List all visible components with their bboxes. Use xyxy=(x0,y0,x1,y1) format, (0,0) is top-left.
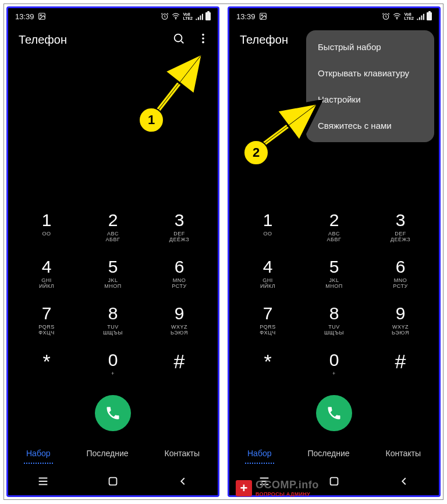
phone-icon xyxy=(105,405,121,421)
call-button[interactable] xyxy=(316,395,352,431)
tab-dial[interactable]: Набор xyxy=(244,446,275,460)
svg-point-1 xyxy=(40,15,41,16)
tab-recent[interactable]: Последние xyxy=(304,446,353,460)
watermark-logo-icon: + xyxy=(236,480,252,496)
tab-dial[interactable]: Набор xyxy=(23,446,54,460)
svg-point-17 xyxy=(397,19,398,19)
svg-rect-21 xyxy=(331,478,338,485)
phone-icon xyxy=(326,405,342,421)
nav-back[interactable] xyxy=(398,475,410,490)
key-4[interactable]: 4GHI ИЙКЛ xyxy=(239,258,297,289)
key-1[interactable]: 1ОО xyxy=(239,211,297,242)
wifi-icon xyxy=(171,12,180,20)
key-2[interactable]: 2ABC АБВГ xyxy=(84,211,142,242)
signal-icon xyxy=(416,12,424,20)
key-8[interactable]: 8TUV ШЩЪЫ xyxy=(305,304,363,336)
more-vertical-icon xyxy=(197,32,210,45)
bottom-tabs: Набор Последние Контакты xyxy=(229,439,439,467)
wifi-icon xyxy=(392,12,402,20)
watermark-brand: OCOMP xyxy=(256,479,295,491)
dialpad: 1ОО 2ABC АБВГ 3DEF ДЕЁЖЗ 4GHI ИЙКЛ 5JKL … xyxy=(229,211,439,392)
network-label-1: Vo8LTE2 xyxy=(404,12,414,20)
search-icon xyxy=(172,32,185,45)
tab-contacts[interactable]: Контакты xyxy=(382,446,424,460)
key-0[interactable]: 0+ xyxy=(305,351,363,376)
key-hash[interactable]: # xyxy=(371,351,430,376)
app-title: Телефон xyxy=(19,33,67,47)
key-star[interactable]: * xyxy=(239,351,297,376)
key-6[interactable]: 6MNO РСТУ xyxy=(150,258,208,289)
key-8[interactable]: 8TUV ШЩЪЫ xyxy=(84,304,142,336)
svg-point-3 xyxy=(176,19,176,19)
key-4[interactable]: 4GHI ИЙКЛ xyxy=(17,258,76,289)
screenshot-step-1: 13:39 Vo8LTE2 Телефон xyxy=(6,6,219,497)
watermark-tagline: ВОПРОСЫ АДМИНУ xyxy=(256,491,319,497)
screenshot-step-2: 13:39 Vo8LTE2 Телефон Быстрый набор Откр… xyxy=(228,6,441,497)
status-bar: 13:39 Vo8LTE2 xyxy=(229,8,439,24)
watermark-suffix: .info xyxy=(295,479,319,491)
status-time: 13:39 xyxy=(15,12,34,21)
key-6[interactable]: 6MNO РСТУ xyxy=(371,258,430,289)
svg-line-13 xyxy=(154,55,201,116)
key-7[interactable]: 7PQRS ФХЦЧ xyxy=(239,304,297,336)
alarm-icon xyxy=(382,12,390,20)
key-3[interactable]: 3DEF ДЕЁЖЗ xyxy=(371,211,430,242)
svg-point-7 xyxy=(202,41,204,44)
menu-open-keyboard[interactable]: Открывать клавиатуру xyxy=(306,60,434,86)
tab-recent[interactable]: Последние xyxy=(83,446,132,460)
dialpad: 1ОО 2ABC АБВГ 3DEF ДЕЁЖЗ 4GHI ИЙКЛ 5JKL … xyxy=(8,211,218,392)
app-title: Телефон xyxy=(240,33,288,47)
key-hash[interactable]: # xyxy=(150,351,208,376)
annotation-badge-2: 2 xyxy=(243,140,269,165)
alarm-icon xyxy=(161,12,169,20)
android-navbar xyxy=(8,470,218,495)
svg-rect-11 xyxy=(109,478,117,485)
key-9[interactable]: 9WXYZ ЬЭЮЯ xyxy=(371,304,430,336)
key-9[interactable]: 9WXYZ ЬЭЮЯ xyxy=(150,304,208,336)
key-5[interactable]: 5JKL МНОП xyxy=(84,258,142,289)
key-star[interactable]: * xyxy=(17,351,76,376)
nav-recents[interactable] xyxy=(37,475,49,490)
svg-point-4 xyxy=(175,34,182,42)
key-7[interactable]: 7PQRS ФХЦЧ xyxy=(17,304,76,336)
tab-contacts[interactable]: Контакты xyxy=(161,446,203,460)
menu-speed-dial[interactable]: Быстрый набор xyxy=(306,34,434,60)
call-button[interactable] xyxy=(95,395,131,431)
svg-point-15 xyxy=(261,15,262,16)
nav-home[interactable] xyxy=(107,475,119,490)
battery-icon xyxy=(427,12,432,20)
more-menu-button[interactable] xyxy=(197,32,210,47)
network-label-1: Vo8LTE2 xyxy=(183,12,193,20)
svg-line-23 xyxy=(258,104,317,148)
search-button[interactable] xyxy=(172,32,185,47)
status-bar: 13:39 Vo8LTE2 xyxy=(8,8,218,24)
battery-icon xyxy=(205,12,211,20)
image-icon xyxy=(38,12,46,20)
nav-back[interactable] xyxy=(176,475,189,490)
svg-point-5 xyxy=(202,34,204,36)
status-time: 13:39 xyxy=(236,12,256,21)
annotation-badge-1: 1 xyxy=(139,107,164,133)
nav-home[interactable] xyxy=(328,475,340,490)
svg-point-6 xyxy=(202,37,204,40)
image-icon xyxy=(259,12,267,20)
key-1[interactable]: 1ОО xyxy=(17,211,76,242)
watermark: + OCOMP.info ВОПРОСЫ АДМИНУ xyxy=(236,479,319,497)
signal-icon xyxy=(195,12,203,20)
bottom-tabs: Набор Последние Контакты xyxy=(8,439,218,467)
key-2[interactable]: 2ABC АБВГ xyxy=(305,211,363,242)
key-0[interactable]: 0+ xyxy=(84,351,142,376)
key-5[interactable]: 5JKL МНОП xyxy=(305,258,363,289)
key-3[interactable]: 3DEF ДЕЁЖЗ xyxy=(150,211,208,242)
